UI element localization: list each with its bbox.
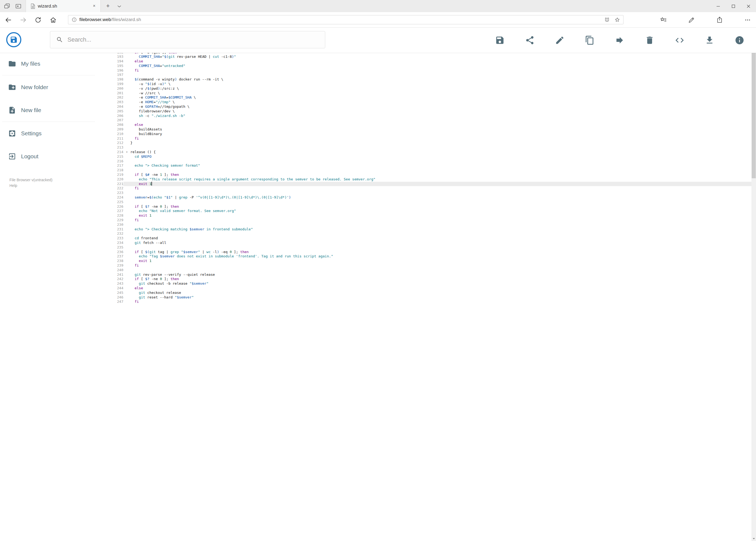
refresh-icon[interactable] — [35, 16, 42, 24]
browser-tab-wizard-sh[interactable]: wizard.sh × — [26, 0, 101, 12]
scrollbar-down-arrow[interactable] — [751, 536, 756, 541]
code-line[interactable]: 247 fi — [109, 299, 751, 304]
code-line[interactable]: 219 if [ $# -ne 1 ]; then — [109, 173, 751, 177]
sidebar-item-new-folder[interactable]: New folder — [0, 80, 109, 94]
download-button[interactable] — [705, 35, 714, 45]
move-button[interactable] — [615, 35, 625, 45]
web-note-pen-icon[interactable] — [688, 16, 695, 24]
code-line[interactable]: 218 — [109, 168, 751, 173]
code-line[interactable]: 193 COMMIT_SHA="$(git rev-parse HEAD | c… — [109, 55, 751, 59]
hub-favorites-icon[interactable] — [660, 16, 667, 24]
sidebar-item-logout[interactable]: Logout — [0, 149, 109, 164]
code-line[interactable]: 241 git rev-parse --verify --quiet relea… — [109, 272, 751, 277]
code-line[interactable]: 205 filebrowser/dev \ — [109, 109, 751, 114]
code-line[interactable]: 212} — [109, 141, 751, 145]
code-line[interactable]: 206 sh -c "./wizard.sh -b" — [109, 114, 751, 118]
code-line[interactable]: 224 semver=$(echo "$1" | grep -P '^v(0|[… — [109, 195, 751, 200]
reading-view-icon[interactable] — [604, 17, 610, 22]
code-line[interactable]: 196 fi — [109, 68, 751, 73]
sidebar-item-new-file[interactable]: New file — [0, 103, 109, 117]
delete-button[interactable] — [645, 35, 654, 45]
filebrowser-logo[interactable] — [6, 32, 21, 47]
code-line[interactable]: 222 fi — [109, 186, 751, 191]
code-line[interactable]: 223 — [109, 191, 751, 195]
sidebar-item-settings[interactable]: Settings — [0, 126, 109, 141]
code-line[interactable]: 203 -e HOME="//tmp" \ — [109, 100, 751, 105]
code-line[interactable]: 239 fi — [109, 264, 751, 268]
tabs-set-aside-icon[interactable] — [15, 3, 22, 9]
home-icon[interactable] — [50, 16, 57, 24]
code-line[interactable]: 199 -u "$(id -u)" \ — [109, 82, 751, 86]
code-line[interactable]: 233 cd frontend — [109, 236, 751, 241]
fold-arrow-icon[interactable]: ▾ — [124, 150, 130, 155]
code-line[interactable]: 235 — [109, 245, 751, 250]
code-line[interactable]: 210 buildBinary — [109, 132, 751, 136]
address-bar[interactable]: filebrowser.web/files/wizard.sh — [68, 15, 624, 24]
set-tabs-aside-icon[interactable] — [4, 3, 10, 9]
code-line[interactable]: 227 echo "Not valid semver format. See s… — [109, 209, 751, 214]
raw-view-button[interactable] — [675, 35, 684, 45]
window-maximize-button[interactable] — [726, 0, 741, 12]
code-line[interactable]: 231 echo "> Checking matching $semver in… — [109, 227, 751, 232]
code-line[interactable]: 230 — [109, 223, 751, 227]
search-input[interactable] — [68, 36, 310, 43]
code-line[interactable]: 220 echo "This release script requires a… — [109, 177, 751, 182]
code-line[interactable]: 198 $(command -v winpty) docker run --rm… — [109, 77, 751, 82]
rename-button[interactable] — [555, 35, 565, 45]
code-line[interactable]: 201 -w //src \ — [109, 91, 751, 96]
share-file-button[interactable] — [525, 35, 535, 45]
code-line[interactable]: 243 git checkout -b release "$semver" — [109, 281, 751, 286]
code-line[interactable]: 225 — [109, 200, 751, 205]
code-line[interactable]: 197 — [109, 73, 751, 77]
tab-preview-chevron-icon[interactable] — [117, 4, 122, 9]
scrollbar-thumb[interactable] — [752, 38, 756, 178]
code-line[interactable]: 211 fi — [109, 136, 751, 141]
code-line[interactable]: 240 — [109, 268, 751, 272]
favorite-star-icon[interactable] — [615, 17, 620, 22]
new-tab-button[interactable]: + — [105, 2, 112, 9]
code-line[interactable]: 194 else — [109, 59, 751, 64]
code-line[interactable]: 228 exit 1 — [109, 214, 751, 218]
info-button[interactable] — [735, 35, 744, 45]
code-editor[interactable]: 192 if [ -d .git ]; then193 COMMIT_SHA="… — [109, 53, 751, 541]
help-link[interactable]: Help — [9, 184, 17, 188]
code-line[interactable]: 207 — [109, 118, 751, 123]
code-line[interactable]: 229 fi — [109, 218, 751, 223]
code-line[interactable]: 195 COMMIT_SHA="untracked" — [109, 64, 751, 68]
more-options-icon[interactable] — [744, 16, 751, 24]
code-line[interactable]: 234 git fetch --all — [109, 241, 751, 245]
back-icon[interactable] — [5, 16, 12, 24]
code-line[interactable]: 244 else — [109, 286, 751, 290]
code-line[interactable]: 215 cd $REPO — [109, 155, 751, 159]
code-line[interactable]: 221 exit 1 — [109, 182, 751, 186]
tab-close-icon[interactable]: × — [92, 4, 97, 8]
page-scrollbar[interactable] — [751, 28, 756, 541]
sidebar-item-my-files[interactable]: My files — [0, 57, 109, 71]
code-line[interactable]: 214▾release () { — [109, 150, 751, 155]
code-line[interactable]: 245 git checkout release — [109, 290, 751, 295]
search-box[interactable] — [50, 31, 325, 48]
code-line[interactable]: 202 -e COMMIT_SHA=$COMMIT_SHA \ — [109, 95, 751, 100]
forward-icon[interactable] — [20, 16, 27, 24]
code-line[interactable]: 213 — [109, 145, 751, 150]
save-button[interactable] — [495, 35, 505, 45]
code-line[interactable]: 209 buildAssets — [109, 127, 751, 132]
code-line[interactable]: 236 if [ $(git tag | grep "$semver" | wc… — [109, 250, 751, 255]
code-line[interactable]: 204 -e GOPATH=//tmp/gopath \ — [109, 105, 751, 109]
code-line[interactable]: 246 git reset --hard "$semver" — [109, 295, 751, 300]
share-icon[interactable] — [716, 16, 723, 24]
code-line[interactable]: 217 echo "> Checking semver format" — [109, 164, 751, 168]
window-minimize-button[interactable] — [711, 0, 726, 12]
code-line[interactable]: 208 else — [109, 123, 751, 127]
site-info-icon[interactable] — [72, 17, 77, 22]
code-line[interactable]: 232 — [109, 232, 751, 236]
copy-button[interactable] — [585, 35, 595, 45]
code-line[interactable]: 242 if [ $? -ne 0 ]; then — [109, 277, 751, 281]
code-line[interactable]: 200 -v /$(pwd):/src:z \ — [109, 86, 751, 91]
window-close-button[interactable] — [741, 0, 756, 12]
code-line[interactable]: 237 echo "Tag $semver does not exist in … — [109, 254, 751, 259]
code-line[interactable]: 216 — [109, 159, 751, 164]
code-line[interactable]: 226 if [ $? -ne 0 ]; then — [109, 205, 751, 209]
line-number: 209 — [109, 127, 124, 132]
code-line[interactable]: 238 exit 1 — [109, 259, 751, 264]
